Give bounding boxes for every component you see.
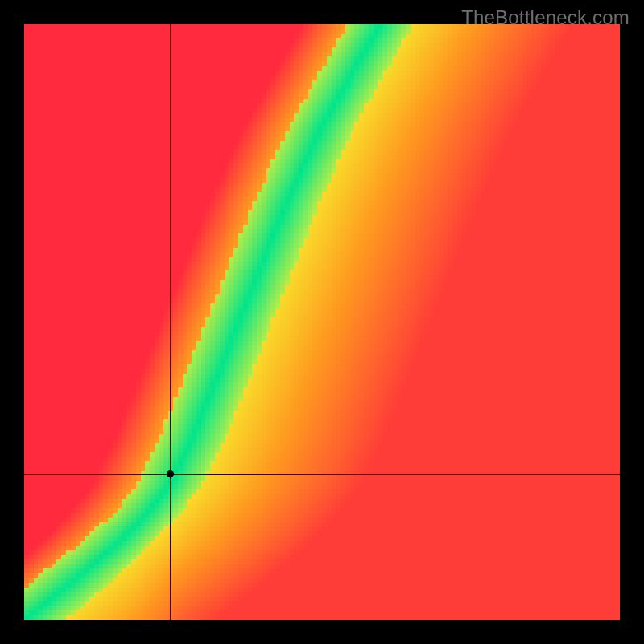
crosshair-horizontal	[24, 474, 620, 475]
watermark-text: TheBottleneck.com	[461, 6, 630, 29]
plot-area	[24, 24, 620, 620]
chart-frame: TheBottleneck.com	[0, 0, 644, 644]
heatmap-canvas	[24, 24, 620, 620]
crosshair-vertical	[170, 24, 171, 620]
current-point-marker	[167, 470, 174, 477]
